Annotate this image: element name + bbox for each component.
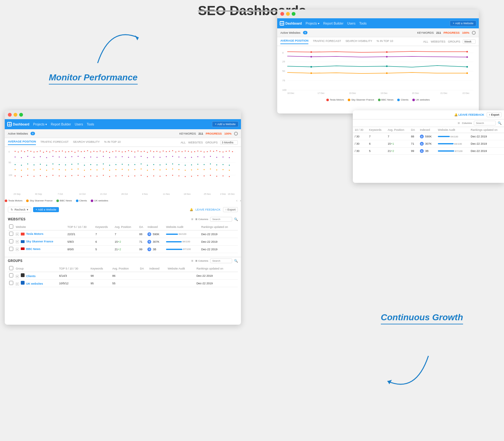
recheck-button[interactable]: ↻ Recheck ▾	[8, 207, 31, 212]
svg-text:16 Dec: 16 Dec	[287, 92, 295, 94]
row-checkbox-tesla[interactable]	[9, 232, 13, 236]
legend-bbc-label-1: BBC News	[381, 98, 394, 101]
expand-icon-clients[interactable]: ▸	[16, 275, 19, 278]
tab-top10-2[interactable]: % IN TOP 10	[104, 140, 121, 145]
mac-close-btn-2[interactable]	[8, 113, 12, 117]
partial-row-3-date: Dec-22 2019	[469, 148, 504, 155]
uk-top: 10/5/12	[58, 280, 89, 287]
tab-traffic-1[interactable]: TRAFFIC FORECAST	[313, 39, 341, 44]
select-all-groups-checkbox[interactable]	[9, 266, 13, 270]
col-rankings: Rankings updated on	[200, 223, 238, 230]
svg-point-175	[229, 165, 230, 166]
export-btn-3[interactable]: ↑ Export	[487, 112, 501, 117]
nav-users-2[interactable]: Users	[75, 123, 83, 126]
bbc-date: Dec-22 2019	[200, 246, 238, 253]
row-checkbox-uk[interactable]	[9, 281, 13, 285]
svg-point-187	[84, 170, 85, 171]
tab-avg-position-1[interactable]: AVERAGE POSITION	[280, 39, 308, 44]
svg-point-148	[59, 164, 60, 165]
mac-maximize-btn-2[interactable]	[19, 113, 23, 117]
svg-point-181	[46, 170, 47, 171]
filter-all-2[interactable]: ALL	[180, 141, 186, 144]
row-checkbox-bbc[interactable]	[9, 247, 13, 251]
row-checkbox-clients[interactable]	[9, 273, 13, 277]
clients-date: Dec-22 2019	[195, 272, 238, 280]
svg-point-201	[172, 169, 173, 170]
svg-point-151	[78, 164, 79, 165]
websites-search-input[interactable]	[210, 217, 232, 222]
filter-websites-1[interactable]: WEBSITES	[431, 40, 445, 43]
gear-icon-2[interactable]	[234, 132, 238, 136]
nav-tools-1[interactable]: Tools	[359, 22, 366, 25]
expand-icon-bbc[interactable]: ▸	[16, 248, 19, 251]
nav-add-btn-1[interactable]: + Add a Website	[450, 20, 476, 26]
bbc-name[interactable]: BBC News	[26, 247, 41, 251]
nav-users-1[interactable]: Users	[347, 22, 355, 25]
filter-all-1[interactable]: ALL	[423, 40, 428, 43]
svg-point-136	[204, 157, 205, 158]
svg-point-142	[21, 165, 22, 166]
svg-point-87	[175, 152, 176, 153]
logo-icon-1	[280, 21, 284, 26]
columns-btn-3[interactable]: Columns	[462, 122, 472, 125]
chart-prev-btn[interactable]: ‹	[236, 199, 237, 202]
feedback-button[interactable]: LEAVE FEEDBACK	[196, 208, 220, 211]
col-group-rankings: Rankings updated on	[195, 265, 238, 272]
nav-projects-1[interactable]: Projects ▾	[306, 22, 319, 25]
tabs-right-1: ALL WEBSITES GROUPS Week	[423, 39, 476, 44]
sky-name[interactable]: Sky Skanner France	[26, 240, 53, 243]
uk-name[interactable]: UK websites	[26, 282, 43, 285]
expand-icon-tesla[interactable]: ▸	[16, 233, 19, 236]
mac-close-btn[interactable]	[280, 12, 284, 16]
period-select-2[interactable]: 3 Months	[220, 140, 238, 145]
mac-minimize-btn-2[interactable]	[14, 113, 17, 117]
tesla-name[interactable]: Tesla Motors	[26, 232, 43, 235]
tab-top10-1[interactable]: % IN TOP 10	[376, 39, 393, 44]
row-checkbox-sky[interactable]	[9, 239, 13, 243]
nav-tools-2[interactable]: Tools	[87, 123, 94, 126]
nav-report-2[interactable]: Report Builder	[51, 123, 71, 126]
svg-point-161	[141, 164, 142, 165]
select-all-checkbox[interactable]	[9, 224, 13, 229]
expand-icon-sky[interactable]: ▸	[16, 240, 19, 243]
sky-audit: 84/100	[165, 238, 200, 246]
tab-search-vis-2[interactable]: SEARCH VISIBILITY	[73, 140, 100, 145]
mac-minimize-btn[interactable]	[286, 12, 290, 16]
export-button[interactable]: ↑ Export	[223, 207, 238, 212]
mac-window-controls-2	[5, 110, 241, 119]
groups-search-input[interactable]	[210, 258, 232, 263]
filter-groups-1[interactable]: GROUPS	[448, 40, 460, 43]
add-website-button[interactable]: + Add a Website	[33, 207, 59, 212]
table-row: / 30 5 21+2 99 G 3B 87/100 Dec-22 2019	[353, 148, 504, 155]
tab-avg-position-2[interactable]: AVERAGE POSITION	[8, 140, 36, 145]
gear-icon-1[interactable]	[472, 31, 476, 35]
tab-traffic-2[interactable]: TRAFFIC FORECAST	[40, 140, 69, 145]
svg-point-112	[53, 156, 54, 157]
svg-point-114	[65, 157, 66, 158]
table-row: ▸ Tesla Motors 22/2/1 7 7 88 G 590K	[8, 230, 238, 238]
feedback-btn-3[interactable]: 🔔 LEAVE FEEDBACK	[454, 113, 484, 116]
mac-maximize-btn[interactable]	[292, 12, 295, 16]
tab-search-vis-1[interactable]: SEARCH VISIBILITY	[346, 39, 372, 44]
partial-col-indexed: Indexed	[418, 127, 436, 133]
expand-icon-uk[interactable]: ▸	[16, 282, 19, 286]
filter-websites-2[interactable]: WEBSITES	[188, 141, 203, 144]
svg-point-153	[90, 164, 91, 165]
partial-row-3-audit: 87/100	[436, 148, 469, 155]
nav-add-btn-2[interactable]: + Add a Website	[212, 121, 238, 127]
filter-groups-2[interactable]: GROUPS	[205, 141, 218, 144]
clients-name[interactable]: Clients	[26, 275, 36, 278]
sub-bar-right-1: KEYWORDS 211 PROGRESS 100%	[417, 31, 476, 35]
groups-columns-btn[interactable]: ⊞ Columns	[195, 259, 208, 262]
svg-point-61	[94, 151, 94, 152]
period-select-1[interactable]: Week	[463, 39, 476, 44]
svg-point-37	[18, 152, 19, 153]
svg-point-59	[87, 150, 88, 151]
columns-button[interactable]: ⊞ Columns	[195, 218, 208, 221]
svg-point-235	[166, 175, 167, 176]
nav-projects-2[interactable]: Projects ▾	[33, 123, 47, 126]
action-buttons-row: ↻ Recheck ▾ + Add a Website 🔔 LEAVE FEED…	[5, 205, 241, 214]
chart-next-btn[interactable]: ›	[240, 199, 241, 202]
search-input-3[interactable]	[474, 121, 496, 125]
nav-report-1[interactable]: Report Builder	[323, 22, 343, 25]
